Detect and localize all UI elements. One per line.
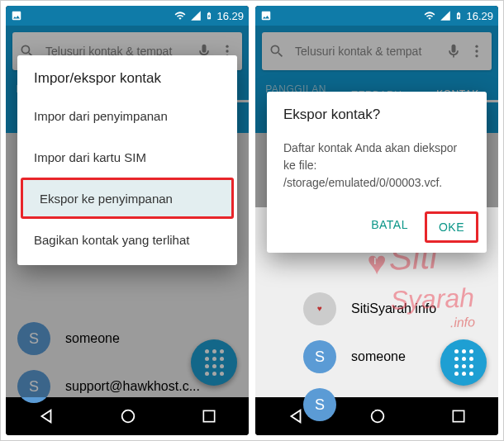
dialog-message: Daftar kontak Anda akan diekspor ke file… <box>267 131 487 206</box>
wifi-icon <box>174 10 187 21</box>
clock: 16.29 <box>216 10 244 22</box>
import-export-dialog: Impor/ekspor kontak Impor dari penyimpan… <box>17 55 237 265</box>
avatar: S <box>303 388 336 421</box>
signal-icon <box>190 10 202 21</box>
battery-icon <box>205 10 213 21</box>
ok-button[interactable]: OKE <box>425 211 478 243</box>
option-share-visible[interactable]: Bagikan kontak yang terlihat <box>17 219 237 260</box>
dialer-app: Telusuri kontak & tempat PANGGILAN CEPAT… <box>255 26 498 397</box>
contact-row[interactable]: S support@hawkhost.c... <box>255 381 498 429</box>
signal-icon <box>440 10 451 21</box>
image-icon <box>11 10 22 21</box>
dialer-app: Telusuri kontak & tempat PANGGILAN CEPAT… <box>6 26 249 397</box>
status-bar: 16.29 <box>255 6 498 26</box>
dialog-title: Impor/ekspor kontak <box>17 70 237 95</box>
avatar: ♥ <box>303 292 336 325</box>
phone-screenshot-left: 16.29 Telusuri kontak & tempat PANGGILAN… <box>6 6 249 435</box>
export-confirm-dialog: Ekspor kontak? Daftar kontak Anda akan d… <box>267 92 487 253</box>
contact-name: support@hawkhost.c... <box>351 397 486 412</box>
avatar: S <box>303 340 336 373</box>
option-import-storage[interactable]: Impor dari penyimpanan <box>17 95 237 136</box>
clock: 16.29 <box>466 10 493 22</box>
contact-name: SitiSyarah info <box>351 301 436 316</box>
option-export-storage[interactable]: Ekspor ke penyimpanan <box>21 178 234 219</box>
cancel-button[interactable]: BATAL <box>359 211 420 243</box>
battery-icon <box>454 10 463 21</box>
phone-screenshot-right: 16.29 Telusuri kontak & tempat PANGGILAN… <box>255 6 498 435</box>
wifi-icon <box>423 10 436 21</box>
option-import-sim[interactable]: Impor dari kartu SIM <box>17 136 237 178</box>
contact-name: someone <box>351 349 406 364</box>
contact-row[interactable]: ♥ SitiSyarah info <box>255 285 498 333</box>
dialpad-fab[interactable] <box>440 339 487 386</box>
dialpad-icon <box>454 349 473 376</box>
image-icon <box>260 10 272 21</box>
status-bar: 16.29 <box>6 6 249 26</box>
dialog-title: Ekspor kontak? <box>267 107 487 131</box>
